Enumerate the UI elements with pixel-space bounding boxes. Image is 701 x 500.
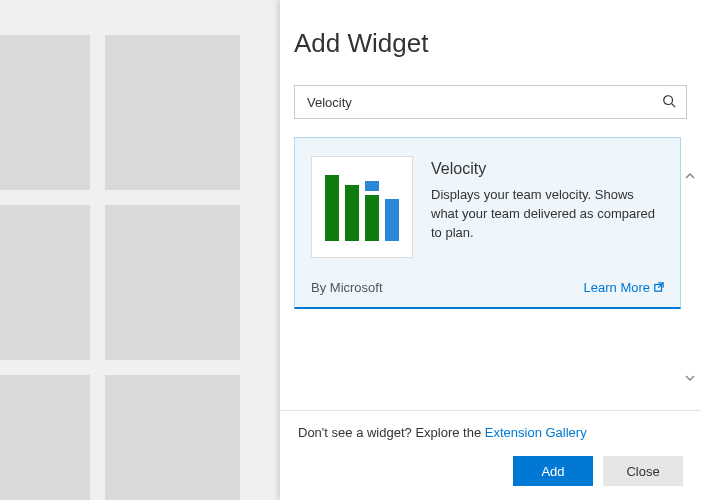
svg-point-0 — [664, 95, 673, 104]
widget-publisher: By Microsoft — [311, 280, 383, 295]
panel-footer: Don't see a widget? Explore the Extensio… — [280, 410, 701, 500]
dashboard-tile — [0, 205, 90, 360]
footer-prompt: Don't see a widget? Explore the Extensio… — [298, 425, 683, 440]
add-widget-panel: Add Widget Velocity Displays — [280, 0, 701, 500]
add-button[interactable]: Add — [513, 456, 593, 486]
panel-title: Add Widget — [294, 28, 701, 59]
close-button[interactable]: Close — [603, 456, 683, 486]
svg-line-1 — [672, 103, 676, 107]
dashboard-tile — [0, 375, 90, 500]
scroll-down-icon[interactable] — [682, 372, 697, 384]
widget-search-input[interactable] — [305, 94, 662, 111]
widget-thumbnail-velocity-icon — [311, 156, 413, 258]
dashboard-tile — [0, 35, 90, 190]
dashboard-tile — [105, 375, 240, 500]
widget-result-description: Displays your team velocity. Shows what … — [431, 186, 664, 243]
dashboard-grid-bg — [0, 0, 280, 500]
learn-more-link[interactable]: Learn More — [584, 280, 664, 295]
widget-result-title: Velocity — [431, 160, 664, 178]
results-scrollbar[interactable] — [682, 170, 697, 388]
widget-search-box[interactable] — [294, 85, 687, 119]
svg-line-3 — [658, 283, 663, 288]
external-link-icon — [654, 280, 664, 295]
widget-result-velocity[interactable]: Velocity Displays your team velocity. Sh… — [294, 137, 681, 309]
widget-results: Velocity Displays your team velocity. Sh… — [294, 137, 681, 309]
dashboard-tile — [105, 205, 240, 360]
scroll-up-icon[interactable] — [682, 170, 697, 182]
search-icon[interactable] — [662, 94, 676, 111]
extension-gallery-link[interactable]: Extension Gallery — [485, 425, 587, 440]
dashboard-tile — [105, 35, 240, 190]
